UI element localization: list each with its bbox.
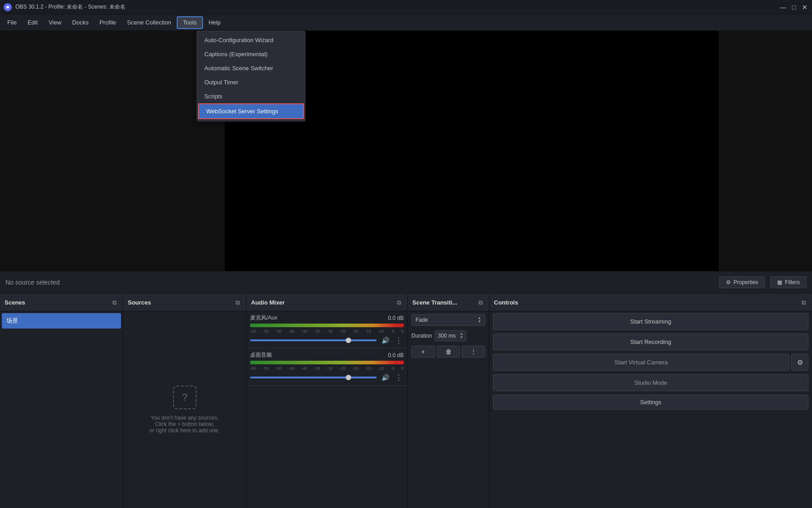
audio-channel-mic-header: 麦克风/Aux 0.0 dB xyxy=(250,314,404,322)
sources-header-icons: ⧉ xyxy=(233,299,242,307)
audio-panel-title: Audio Mixer xyxy=(251,299,285,306)
audio-meter-mic xyxy=(250,324,404,327)
audio-meter-markers-desktop: -60-55-50-45-40-35-30-25-20-15-10-50 xyxy=(250,366,404,371)
audio-controls-desktop: 🔊 ⋮ xyxy=(250,373,404,382)
titlebar: OBS 30.1.2 - Profile: 未命名 - Scenes: 未命名 … xyxy=(0,0,812,15)
volume-handle-desktop[interactable] xyxy=(346,375,351,380)
menu-item-edit[interactable]: Edit xyxy=(22,16,43,29)
menubar: File Edit View Docks Profile Scene Colle… xyxy=(0,15,812,31)
transitions-panel-header: Scene Transiti... ⧉ xyxy=(408,294,489,311)
remove-transition-button[interactable]: 🗑 xyxy=(437,346,460,358)
empty-sources-area[interactable]: ? You don't have any sources.Click the +… xyxy=(123,311,246,508)
properties-button[interactable]: ⚙ Properties xyxy=(719,276,765,288)
audio-channel-mic-db: 0.0 dB xyxy=(388,315,404,321)
audio-channel-desktop-header: 桌面音频 0.0 dB xyxy=(250,351,404,359)
transitions-panel-title: Scene Transiti... xyxy=(412,299,457,306)
duration-label: Duration xyxy=(411,333,432,339)
virtual-camera-row: Start Virtual Camera ⚙ xyxy=(493,354,808,371)
audio-channel-mic-name: 麦克风/Aux xyxy=(250,314,277,322)
audio-channel-mic: 麦克风/Aux 0.0 dB -60-55-50-45-40-35-30-25-… xyxy=(246,311,407,348)
duration-spinner[interactable]: ▲ ▼ xyxy=(459,332,463,339)
controls-expand-icon[interactable]: ⧉ xyxy=(799,299,807,307)
scenes-panel-title: Scenes xyxy=(5,299,25,306)
volume-handle-mic[interactable] xyxy=(346,338,351,343)
volume-slider-mic[interactable] xyxy=(250,339,377,341)
audio-meter-markers-mic: -60-55-50-45-40-35-30-25-20-15-10-50 xyxy=(250,329,404,334)
duration-row: Duration 300 ms ▲ ▼ xyxy=(411,330,485,341)
start-recording-button[interactable]: Start Recording xyxy=(493,334,808,350)
controls-panel-title: Controls xyxy=(494,299,518,306)
menu-item-help[interactable]: Help xyxy=(203,16,226,29)
transition-spinner[interactable]: ▲ ▼ xyxy=(478,316,481,324)
menu-item-profile[interactable]: Profile xyxy=(94,16,121,29)
audio-meter-desktop xyxy=(250,361,404,364)
filter-icon: ▦ xyxy=(777,279,782,285)
audio-channel-desktop: 桌面音频 0.0 dB -60-55-50-45-40-35-30-25-20-… xyxy=(246,348,407,386)
menu-auto-config[interactable]: Auto-Configuration Wizard xyxy=(197,33,305,47)
scene-item[interactable]: 场景 xyxy=(2,313,121,329)
duration-input[interactable]: 300 ms ▲ ▼ xyxy=(435,330,466,341)
source-bar: No source selected ⚙ Properties ▦ Filter… xyxy=(0,271,812,294)
sources-panel-header: Sources ⧉ xyxy=(123,294,246,311)
titlebar-title: OBS 30.1.2 - Profile: 未命名 - Scenes: 未命名 xyxy=(15,3,776,11)
transition-select[interactable]: Fade ▲ ▼ xyxy=(411,314,485,326)
close-button[interactable]: ✕ xyxy=(801,4,808,11)
audio-panel-header: Audio Mixer ⧉ xyxy=(246,294,407,311)
transition-actions: + 🗑 ⋮ xyxy=(411,346,485,358)
controls-panel-header: Controls ⧉ xyxy=(489,294,812,311)
transitions-expand-icon[interactable]: ⧉ xyxy=(476,299,484,307)
audio-channel-desktop-db: 0.0 dB xyxy=(388,352,404,358)
transition-menu-button[interactable]: ⋮ xyxy=(462,346,485,358)
minimize-button[interactable]: — xyxy=(779,4,787,11)
sources-panel-title: Sources xyxy=(128,299,151,306)
scenes-panel-header: Scenes ⧉ xyxy=(0,294,123,311)
maximize-button[interactable]: □ xyxy=(790,4,798,11)
channel-menu-button-mic[interactable]: ⋮ xyxy=(394,335,404,345)
settings-button[interactable]: Settings xyxy=(493,395,808,410)
empty-sources-icon: ? xyxy=(173,386,197,409)
transitions-panel: Scene Transiti... ⧉ Fade ▲ ▼ Duration 30… xyxy=(408,294,489,508)
preview-area xyxy=(0,31,812,271)
scenes-header-icons: ⧉ xyxy=(110,299,118,307)
titlebar-controls: — □ ✕ xyxy=(779,4,808,11)
menu-captions[interactable]: Captions (Experimental) xyxy=(197,47,305,61)
menu-item-scene-collection[interactable]: Scene Collection xyxy=(121,16,177,29)
tools-dropdown: Auto-Configuration Wizard Captions (Expe… xyxy=(197,31,305,121)
scenes-expand-icon[interactable]: ⧉ xyxy=(110,299,118,307)
controls-panel: Controls ⧉ Start Streaming Start Recordi… xyxy=(489,294,812,508)
sources-panel: Sources ⧉ ? You don't have any sources.C… xyxy=(123,294,246,508)
studio-mode-button[interactable]: Studio Mode xyxy=(493,374,808,391)
filters-button[interactable]: ▦ Filters xyxy=(770,276,807,288)
menu-item-tools[interactable]: Tools xyxy=(177,16,203,29)
channel-menu-button-desktop[interactable]: ⋮ xyxy=(394,373,404,382)
no-source-text: No source selected xyxy=(5,279,714,286)
volume-slider-desktop[interactable] xyxy=(250,377,377,378)
menu-item-file[interactable]: File xyxy=(2,16,22,29)
mute-button-desktop[interactable]: 🔊 xyxy=(380,373,390,382)
mute-button-mic[interactable]: 🔊 xyxy=(380,335,390,345)
audio-channel-desktop-name: 桌面音频 xyxy=(250,351,272,359)
menu-scene-switcher[interactable]: Automatic Scene Switcher xyxy=(197,61,305,75)
audio-controls-mic: 🔊 ⋮ xyxy=(250,335,404,345)
empty-sources-text: You don't have any sources.Click the + b… xyxy=(150,415,220,434)
audio-expand-icon[interactable]: ⧉ xyxy=(395,299,403,307)
svg-point-1 xyxy=(6,6,9,9)
gear-icon: ⚙ xyxy=(726,279,731,285)
scenes-panel: Scenes ⧉ 场景 xyxy=(0,294,123,508)
menu-item-view[interactable]: View xyxy=(43,16,67,29)
menu-item-docks[interactable]: Docks xyxy=(67,16,94,29)
controls-header-icons: ⧉ xyxy=(799,299,807,307)
sources-expand-icon[interactable]: ⧉ xyxy=(233,299,242,307)
menu-output-timer[interactable]: Output Timer xyxy=(197,75,305,89)
virtual-camera-settings-button[interactable]: ⚙ xyxy=(791,354,808,371)
add-transition-button[interactable]: + xyxy=(411,346,435,358)
panels-row: Scenes ⧉ 场景 Sources ⧉ ? You don't have a… xyxy=(0,294,812,508)
app-logo xyxy=(4,3,12,11)
audio-panel: Audio Mixer ⧉ 麦克风/Aux 0.0 dB -60-55-50-4… xyxy=(246,294,408,508)
audio-header-icons: ⧉ xyxy=(395,299,403,307)
start-virtual-camera-button[interactable]: Start Virtual Camera xyxy=(493,354,789,371)
start-streaming-button[interactable]: Start Streaming xyxy=(493,313,808,330)
transition-value: Fade xyxy=(416,317,428,323)
menu-scripts[interactable]: Scripts xyxy=(197,89,305,103)
menu-websocket[interactable]: WebSocket Server Settings xyxy=(198,103,304,119)
